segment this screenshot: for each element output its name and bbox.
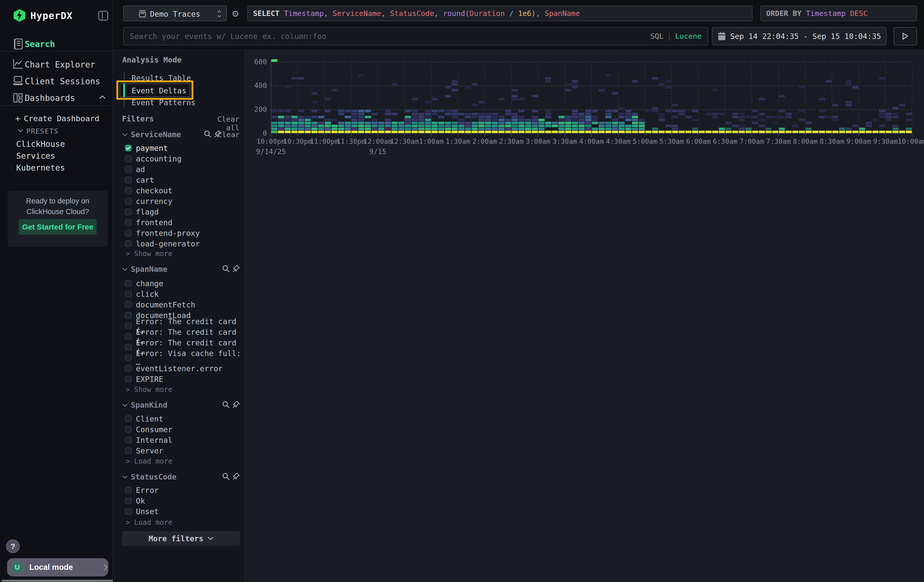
filter-option-row[interactable]: Ok	[113, 495, 245, 506]
calendar-icon	[718, 32, 726, 41]
checkbox[interactable]	[125, 187, 132, 194]
filter-option-row[interactable]: accounting	[113, 153, 245, 164]
filter-option-label: flagd	[136, 208, 158, 216]
gear-icon[interactable]: ⚙	[232, 7, 239, 20]
checkbox[interactable]	[125, 498, 132, 504]
chevron-down-icon[interactable]	[18, 129, 23, 133]
checkbox[interactable]	[125, 176, 132, 183]
account-menu[interactable]: U Local mode	[7, 558, 108, 576]
filter-option-row[interactable]: Server	[113, 445, 245, 456]
pin-icon[interactable]	[232, 473, 240, 480]
filter-option-row[interactable]: cart	[113, 175, 245, 185]
option-event-patterns[interactable]: Event Patterns	[132, 98, 196, 107]
search-icon[interactable]	[222, 265, 230, 272]
filter-option-row[interactable]: click	[113, 289, 245, 299]
time-range-picker[interactable]: Sep 14 22:04:35 - Sep 15 10:04:35	[712, 27, 886, 45]
checkbox[interactable]	[125, 344, 132, 350]
filter-option-row[interactable]: checkout	[113, 185, 245, 196]
filter-option-row[interactable]: currency	[113, 196, 245, 206]
show-more-button[interactable]: >Show more	[126, 249, 173, 258]
filter-option-row[interactable]: load-generator	[113, 238, 245, 249]
checkbox[interactable]	[125, 312, 132, 318]
sidebar-item-dashboards[interactable]: Dashboards	[25, 93, 75, 103]
filter-option-row[interactable]: frontend-proxy	[113, 228, 245, 238]
horizontal-scrollbar[interactable]	[2, 580, 113, 582]
filter-option-row[interactable]: Unset	[113, 506, 245, 517]
show-more-button[interactable]: >Show more	[126, 386, 173, 394]
sidebar-item-create-dashboard[interactable]: Create Dashboard	[24, 114, 99, 123]
checkbox[interactable]	[125, 208, 132, 215]
checkbox[interactable]	[125, 219, 132, 226]
chevron-down-icon[interactable]	[122, 268, 128, 271]
clear-all-button[interactable]: Clear all	[202, 115, 239, 132]
run-query-button[interactable]	[894, 27, 917, 45]
load-more-button[interactable]: >Load more	[126, 518, 173, 527]
chevron-down-icon[interactable]	[122, 475, 128, 479]
checkbox[interactable]	[125, 155, 132, 162]
sidebar-item-clickhouse[interactable]: ClickHouse	[16, 139, 65, 149]
checkbox[interactable]	[125, 426, 132, 433]
filter-option-row[interactable]: change	[113, 278, 245, 289]
chevron-down-icon[interactable]	[122, 404, 128, 407]
chevron-right-icon: >	[126, 457, 130, 465]
checkbox[interactable]	[125, 376, 132, 383]
checkbox[interactable]	[125, 323, 132, 329]
filter-option-row[interactable]: ad	[113, 164, 245, 175]
option-event-deltas[interactable]: Event Deltas	[132, 86, 186, 95]
sidebar-item-services[interactable]: Services	[16, 151, 55, 161]
sql-columns-input[interactable]: SELECT Timestamp, ServiceName, StatusCod…	[248, 6, 752, 21]
pin-icon[interactable]	[232, 265, 240, 272]
get-started-button[interactable]: Get Started for Free	[19, 219, 97, 235]
sidebar-item-presets[interactable]: PRESETS	[26, 127, 59, 135]
mode-sql-toggle[interactable]: SQL	[650, 32, 663, 41]
search-input[interactable]	[130, 32, 650, 41]
more-filters-button[interactable]: More filters	[122, 531, 240, 546]
checkbox[interactable]	[125, 241, 132, 247]
mode-lucene-toggle[interactable]: Lucene	[675, 32, 701, 41]
help-button[interactable]: ?	[6, 539, 20, 553]
checkbox[interactable]	[125, 365, 132, 372]
filter-option-row[interactable]: Error	[113, 485, 245, 495]
chevron-up-icon[interactable]	[99, 95, 106, 99]
filter-option-row[interactable]: frontend	[113, 217, 245, 228]
checkbox[interactable]	[125, 230, 132, 236]
checkbox[interactable]	[125, 333, 132, 340]
sql-token	[514, 9, 518, 18]
search-icon[interactable]	[222, 473, 230, 480]
chevron-down-icon	[208, 537, 214, 540]
checkbox[interactable]	[125, 437, 132, 444]
checkbox[interactable]	[125, 447, 132, 454]
chevron-down-icon[interactable]	[122, 133, 128, 137]
filter-option-row[interactable]: EXPIRE	[113, 374, 245, 384]
checkbox[interactable]	[125, 291, 132, 297]
order-by-input[interactable]: ORDER BY Timestamp DESC	[761, 6, 917, 21]
data-source-select[interactable]: Demo Traces	[123, 6, 227, 21]
sidebar-item-chart-explorer[interactable]: Chart Explorer	[25, 60, 95, 69]
filter-option-row[interactable]: Internal	[113, 435, 245, 445]
checkbox[interactable]	[125, 508, 132, 515]
x-date-label: 9/15	[356, 148, 399, 156]
filter-option-row[interactable]: flagd	[113, 206, 245, 217]
sidebar-item-client-sessions[interactable]: Client Sessions	[25, 76, 100, 86]
checkbox[interactable]	[125, 280, 132, 287]
checkbox[interactable]	[125, 166, 132, 173]
search-icon[interactable]	[222, 401, 230, 409]
pin-icon[interactable]	[232, 401, 240, 409]
clear-section-button[interactable]: Clear	[218, 130, 239, 139]
filter-option-row[interactable]: Client	[113, 414, 245, 424]
sidebar-item-kubernetes[interactable]: Kubernetes	[16, 163, 65, 173]
checkbox[interactable]	[125, 302, 132, 308]
sidebar-collapse-icon[interactable]	[98, 11, 108, 21]
checkbox[interactable]	[125, 354, 132, 361]
load-more-button[interactable]: >Load more	[126, 457, 173, 465]
filter-option-row[interactable]: Error: Visa cache full: …	[113, 353, 245, 363]
sidebar-item-search[interactable]: Search	[25, 39, 55, 49]
checkbox[interactable]	[125, 145, 132, 151]
filter-option-row[interactable]: documentFetch	[113, 299, 245, 310]
checkbox[interactable]	[125, 487, 132, 493]
search-icon[interactable]	[204, 130, 211, 138]
filter-option-row[interactable]: payment	[113, 143, 245, 153]
filter-option-row[interactable]: Consumer	[113, 424, 245, 435]
checkbox[interactable]	[125, 415, 132, 422]
checkbox[interactable]	[125, 198, 132, 204]
